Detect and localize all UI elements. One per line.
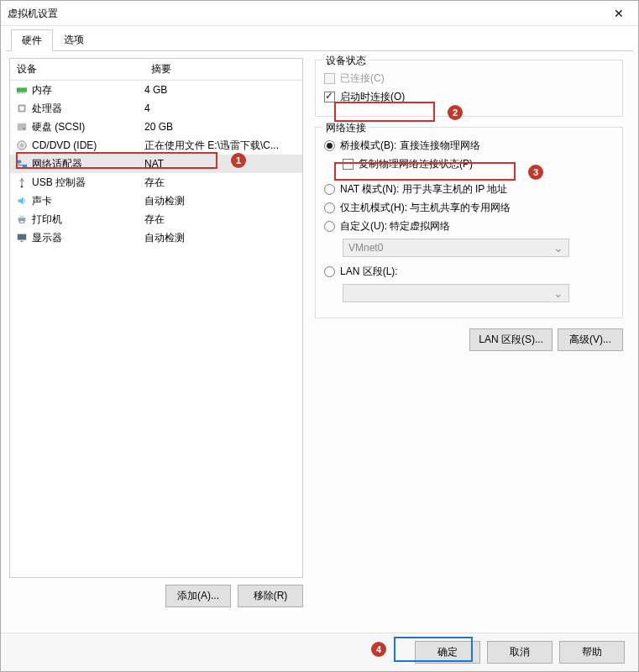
svg-rect-16 xyxy=(19,221,24,223)
tab-strip: 硬件 选项 xyxy=(6,28,633,51)
callout-1: 1 xyxy=(231,153,246,168)
ok-button[interactable]: 确定 xyxy=(415,641,480,664)
window-title: 虚拟机设置 xyxy=(8,8,58,19)
callout-4: 4 xyxy=(371,642,386,657)
cd-icon xyxy=(13,139,30,151)
lan-segment-select xyxy=(343,284,569,302)
device-status-group: 设备状态 已连接(C) 启动时连接(O) xyxy=(315,60,623,117)
connect-at-poweron-label: 启动时连接(O) xyxy=(340,90,405,104)
hostonly-label: 仅主机模式(H): 与主机共享的专用网络 xyxy=(340,201,511,215)
hostonly-radio[interactable] xyxy=(324,202,335,213)
connected-row: 已连接(C) xyxy=(324,69,614,87)
row-cpu[interactable]: 处理器 4 xyxy=(10,99,302,118)
svg-rect-7 xyxy=(18,123,27,131)
vm-settings-window: 虚拟机设置 ✕ 硬件 选项 设备 摘要 内存 4 GB 处理器 xyxy=(0,0,639,672)
left-pane: 设备 摘要 内存 4 GB 处理器 4 硬盘 (SCSI) 20 GB xyxy=(9,58,303,607)
device-name: 硬盘 (SCSI) xyxy=(30,120,144,134)
right-button-row: LAN 区段(S)... 高级(V)... xyxy=(315,328,623,351)
svg-point-8 xyxy=(24,128,25,129)
tab-options[interactable]: 选项 xyxy=(53,29,95,50)
row-network-adapter[interactable]: 网络适配器 NAT xyxy=(10,155,302,173)
lan-segments-button[interactable]: LAN 区段(S)... xyxy=(469,328,553,351)
device-summary: 正在使用文件 E:\迅雷下载\C... xyxy=(144,139,302,153)
network-connection-title: 网络连接 xyxy=(322,121,369,135)
device-summary: 4 xyxy=(144,102,302,114)
help-button[interactable]: 帮助 xyxy=(559,641,625,664)
dialog-body: 设备 摘要 内存 4 GB 处理器 4 硬盘 (SCSI) 20 GB xyxy=(1,51,638,614)
remove-device-button[interactable]: 移除(R) xyxy=(238,585,303,607)
cancel-button[interactable]: 取消 xyxy=(487,641,553,664)
device-summary: 20 GB xyxy=(144,121,302,133)
lan-label: LAN 区段(L): xyxy=(340,265,398,279)
svg-rect-15 xyxy=(19,216,24,218)
svg-rect-3 xyxy=(22,92,23,94)
col-summary: 摘要 xyxy=(144,59,302,80)
device-summary: 自动检测 xyxy=(144,194,302,208)
memory-icon xyxy=(13,84,30,96)
network-icon xyxy=(13,158,30,170)
callout-2: 2 xyxy=(448,105,463,120)
device-summary: 自动检测 xyxy=(144,231,302,245)
hostonly-row[interactable]: 仅主机模式(H): 与主机共享的专用网络 xyxy=(324,198,614,217)
device-list: 设备 摘要 内存 4 GB 处理器 4 硬盘 (SCSI) 20 GB xyxy=(9,58,303,578)
left-button-row: 添加(A)... 移除(R) xyxy=(9,585,303,607)
device-name: 内存 xyxy=(30,83,144,97)
advanced-button[interactable]: 高级(V)... xyxy=(558,328,623,351)
custom-radio[interactable] xyxy=(324,221,335,232)
callout-3: 3 xyxy=(528,165,543,180)
row-usb[interactable]: USB 控制器 存在 xyxy=(10,173,302,192)
lan-radio[interactable] xyxy=(324,266,335,277)
device-summary: NAT xyxy=(144,158,302,170)
device-name: USB 控制器 xyxy=(30,176,144,190)
device-status-title: 设备状态 xyxy=(322,54,369,68)
replicate-label: 复制物理网络连接状态(P) xyxy=(359,157,473,171)
connect-at-poweron-checkbox[interactable] xyxy=(324,92,335,102)
svg-rect-1 xyxy=(18,92,18,94)
device-name: 打印机 xyxy=(30,213,144,227)
row-display[interactable]: 显示器 自动检测 xyxy=(10,228,302,247)
connect-at-poweron-row[interactable]: 启动时连接(O) xyxy=(324,87,614,106)
svg-point-13 xyxy=(21,186,24,188)
device-summary: 存在 xyxy=(144,213,302,227)
row-cddvd[interactable]: CD/DVD (IDE) 正在使用文件 E:\迅雷下载\C... xyxy=(10,136,302,155)
usb-icon xyxy=(13,176,30,188)
nat-row[interactable]: NAT 模式(N): 用于共享主机的 IP 地址 xyxy=(324,180,614,198)
row-memory[interactable]: 内存 4 GB xyxy=(10,81,302,99)
device-name: 声卡 xyxy=(30,194,144,208)
titlebar: 虚拟机设置 ✕ xyxy=(1,1,638,26)
svg-rect-18 xyxy=(20,241,24,243)
close-button[interactable]: ✕ xyxy=(600,1,638,26)
custom-vmnet-select: VMnet0 xyxy=(343,239,569,257)
row-disk[interactable]: 硬盘 (SCSI) 20 GB xyxy=(10,118,302,136)
bridged-row[interactable]: 桥接模式(B): 直接连接物理网络 xyxy=(324,136,614,155)
device-name: 显示器 xyxy=(30,231,144,245)
device-list-header: 设备 摘要 xyxy=(10,59,302,81)
tab-hardware[interactable]: 硬件 xyxy=(11,29,53,51)
device-summary: 存在 xyxy=(144,176,302,190)
device-name: CD/DVD (IDE) xyxy=(30,139,144,151)
connected-label: 已连接(C) xyxy=(340,71,385,86)
svg-rect-11 xyxy=(17,160,21,164)
add-device-button[interactable]: 添加(A)... xyxy=(165,585,231,607)
col-device: 设备 xyxy=(10,59,144,80)
svg-rect-4 xyxy=(24,92,25,94)
row-printer[interactable]: 打印机 存在 xyxy=(10,210,302,228)
replicate-row[interactable]: 复制物理网络连接状态(P) xyxy=(343,155,614,173)
replicate-checkbox[interactable] xyxy=(343,159,354,170)
lan-row[interactable]: LAN 区段(L): xyxy=(324,262,614,281)
row-sound[interactable]: 声卡 自动检测 xyxy=(10,192,302,210)
dialog-footer: 确定 取消 帮助 xyxy=(1,633,638,671)
custom-label: 自定义(U): 特定虚拟网络 xyxy=(340,219,450,234)
device-summary: 4 GB xyxy=(144,84,302,96)
device-name: 网络适配器 xyxy=(30,157,144,171)
svg-rect-2 xyxy=(19,92,20,94)
nat-radio[interactable] xyxy=(324,184,335,195)
svg-rect-6 xyxy=(19,106,24,110)
device-name: 处理器 xyxy=(30,102,144,116)
custom-row[interactable]: 自定义(U): 特定虚拟网络 xyxy=(324,217,614,235)
right-pane: 设备状态 已连接(C) 启动时连接(O) 网络连接 桥接模式(B): 直接连接物… xyxy=(312,58,630,607)
svg-rect-17 xyxy=(18,234,27,240)
bridged-radio[interactable] xyxy=(324,140,335,151)
cpu-icon xyxy=(13,102,30,114)
disk-icon xyxy=(13,121,30,133)
